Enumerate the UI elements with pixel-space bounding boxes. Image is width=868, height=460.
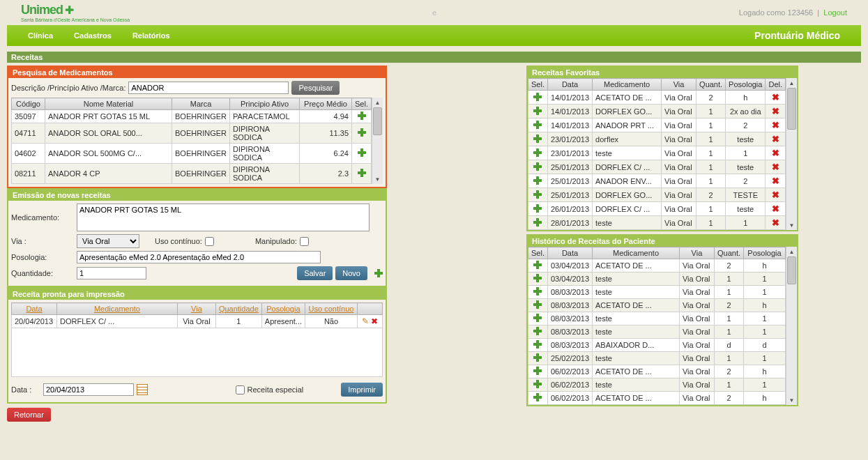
table-row[interactable]: 23/01/2013testeVia Oral11✖ (528, 146, 786, 160)
table-row[interactable]: 26/01/2013DORFLEX C/ ...Via Oral1teste✖ (528, 202, 786, 216)
delete-icon[interactable]: ✖ (772, 176, 779, 186)
fav-col-data[interactable]: Data (547, 79, 592, 91)
med-textarea[interactable]: ANADOR PRT GOTAS 15 ML (77, 204, 370, 231)
fav-col-via[interactable]: Via (662, 79, 696, 91)
edit-icon[interactable]: ✎ (362, 316, 369, 326)
uso-checkbox[interactable] (205, 237, 214, 246)
col-preco[interactable]: Preço Médio (300, 98, 352, 110)
logout-link[interactable]: Logout (823, 8, 847, 17)
via-select[interactable]: Via Oral (77, 234, 139, 248)
plus-icon[interactable] (533, 162, 542, 171)
col-via[interactable]: Via (177, 303, 215, 315)
table-row[interactable]: 20/04/2013DORFLEX C/ ...Via Oral1Apresen… (12, 315, 383, 328)
delete-icon[interactable]: ✖ (772, 134, 779, 144)
table-row[interactable]: 04711ANADOR SOL ORAL 500...BOEHRINGERDIP… (12, 123, 372, 144)
menu-cadastros[interactable]: Cadastros (74, 31, 112, 40)
table-row[interactable]: 35097ANADOR PRT GOTAS 15 MLBOEHRINGERPAR… (12, 110, 372, 123)
plus-icon[interactable] (533, 121, 542, 129)
plus-icon[interactable] (533, 135, 542, 143)
col-codigo[interactable]: Código (12, 98, 45, 110)
col-principio[interactable]: Principio Ativo (230, 98, 300, 110)
pos-input[interactable] (77, 251, 321, 263)
plus-icon[interactable] (533, 204, 542, 213)
table-row[interactable]: 06/02/2013testeVia Oral11 (528, 378, 786, 392)
table-row[interactable]: 08/03/2013testeVia Oral11 (528, 286, 786, 299)
plus-icon[interactable] (358, 148, 366, 157)
plus-icon[interactable] (533, 93, 542, 101)
table-row[interactable]: 04602ANADOR SOL 500MG C/...BOEHRINGERDIP… (12, 144, 372, 164)
table-row[interactable]: 03/04/2013ACETATO DE ...Via Oral2h (528, 259, 786, 273)
hist-col-via[interactable]: Via (679, 247, 714, 259)
table-row[interactable]: 23/01/2013dorflexVia Oral1teste✖ (528, 132, 786, 146)
retornar-button[interactable]: Retornar (7, 408, 51, 422)
col-uso[interactable]: Uso contínuo (305, 303, 358, 315)
table-row[interactable]: 08/03/2013ABAIXADOR D...Via Oraldd (528, 339, 786, 352)
table-row[interactable]: 08/03/2013ACETATO DE ...Via Oral2h (528, 299, 786, 312)
hist-col-data[interactable]: Data (547, 247, 592, 259)
hist-col-qtd[interactable]: Quant. (714, 247, 743, 259)
col-qtd[interactable]: Quantidade (215, 303, 261, 315)
plus-icon[interactable] (533, 148, 542, 157)
calendar-icon[interactable] (137, 384, 148, 395)
table-row[interactable]: 14/01/2013ANADOR PRT ...Via Oral12✖ (528, 118, 786, 132)
plus-icon[interactable] (533, 107, 542, 115)
plus-icon[interactable] (533, 367, 542, 375)
delete-icon[interactable]: ✖ (772, 204, 779, 214)
pesquisar-button[interactable]: Pesquisar (291, 81, 340, 95)
plus-icon[interactable] (533, 176, 542, 185)
menu-clinica[interactable]: Clínica (28, 31, 53, 40)
fav-col-qtd[interactable]: Quant. (696, 79, 726, 91)
table-row[interactable]: 03/04/2013testeVia Oral11 (528, 273, 786, 286)
fav-scrollbar[interactable]: ▲ ▼ (786, 78, 797, 230)
table-row[interactable]: 25/01/2013DORFLEX GO...Via Oral2TESTE✖ (528, 188, 786, 202)
add-icon[interactable] (374, 269, 383, 277)
delete-icon[interactable]: ✖ (772, 92, 779, 102)
delete-icon[interactable]: ✖ (772, 190, 779, 200)
hist-col-med[interactable]: Medicamento (593, 247, 680, 259)
plus-icon[interactable] (358, 128, 366, 137)
plus-icon[interactable] (533, 287, 542, 296)
fav-col-pos[interactable]: Posologia (726, 79, 766, 91)
novo-button[interactable]: Novo (335, 266, 367, 280)
hist-scrollbar[interactable]: ▲ ▼ (786, 247, 797, 405)
table-row[interactable]: 06/02/2013ACETATO DE ...Via Oral2h (528, 392, 786, 405)
plus-icon[interactable] (533, 380, 542, 388)
plus-icon[interactable] (533, 353, 542, 362)
col-marca[interactable]: Marca (172, 98, 230, 110)
imprimir-button[interactable]: Imprimir (341, 383, 383, 397)
plus-icon[interactable] (533, 340, 542, 348)
plus-icon[interactable] (533, 261, 542, 269)
col-nome[interactable]: Nome Material (45, 98, 172, 110)
table-row[interactable]: 08/03/2013testeVia Oral11 (528, 312, 786, 325)
data-input[interactable] (43, 383, 134, 396)
delete-icon[interactable]: ✖ (371, 316, 378, 326)
especial-checkbox[interactable] (236, 385, 245, 394)
delete-icon[interactable]: ✖ (772, 148, 779, 158)
table-row[interactable]: 25/01/2013ANADOR ENV...Via Oral12✖ (528, 174, 786, 188)
hist-col-pos[interactable]: Posologia (744, 247, 786, 259)
manip-checkbox[interactable] (300, 237, 309, 246)
table-row[interactable]: 08/03/2013testeVia Oral11 (528, 325, 786, 339)
col-data[interactable]: Data (12, 303, 57, 315)
salvar-button[interactable]: Salvar (297, 266, 333, 280)
table-row[interactable]: 08211ANADOR 4 CPBOEHRINGERDIPIRONA SODIC… (12, 164, 372, 184)
table-row[interactable]: 14/01/2013ACETATO DE ...Via Oral2h✖ (528, 91, 786, 105)
delete-icon[interactable]: ✖ (772, 120, 779, 130)
plus-icon[interactable] (533, 190, 542, 199)
table-row[interactable]: 14/01/2013DORFLEX GO...Via Oral12x ao di… (528, 105, 786, 118)
plus-icon[interactable] (533, 314, 542, 322)
plus-icon[interactable] (358, 112, 366, 120)
qtd-input[interactable] (77, 267, 146, 279)
plus-icon[interactable] (533, 393, 542, 401)
plus-icon[interactable] (533, 218, 542, 227)
col-pos[interactable]: Posologia (261, 303, 305, 315)
search-scrollbar[interactable]: ▲ ▼ (372, 98, 383, 184)
table-row[interactable]: 06/02/2013ACETATO DE ...Via Oral2h (528, 365, 786, 378)
search-input[interactable] (128, 82, 289, 94)
plus-icon[interactable] (533, 274, 542, 282)
delete-icon[interactable]: ✖ (772, 217, 779, 228)
delete-icon[interactable]: ✖ (772, 162, 779, 172)
plus-icon[interactable] (358, 169, 366, 177)
table-row[interactable]: 25/02/2013testeVia Oral11 (528, 352, 786, 365)
table-row[interactable]: 28/01/2013testeVia Oral11✖ (528, 216, 786, 230)
